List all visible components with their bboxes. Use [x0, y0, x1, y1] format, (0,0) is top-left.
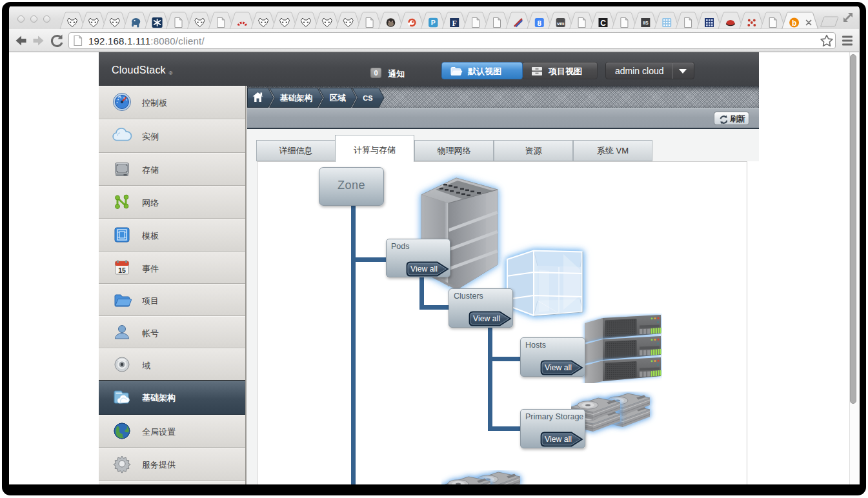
- svg-text:F: F: [452, 19, 457, 28]
- svg-text:15: 15: [118, 266, 126, 274]
- svg-text:View all: View all: [545, 363, 572, 372]
- svg-text:IIS: IIS: [643, 21, 649, 25]
- svg-text:View all: View all: [545, 435, 572, 444]
- svg-text:8: 8: [538, 19, 542, 27]
- svg-text:vm: vm: [557, 21, 565, 26]
- svg-text:View all: View all: [410, 264, 438, 274]
- svg-text:View all: View all: [473, 314, 500, 323]
- svg-text:区域: 区域: [330, 94, 347, 103]
- svg-text:基础架构: 基础架构: [279, 94, 313, 103]
- svg-text:b: b: [792, 19, 796, 28]
- svg-text:P: P: [431, 19, 436, 26]
- svg-text:CS: CS: [363, 94, 372, 102]
- svg-text:C: C: [600, 19, 606, 28]
